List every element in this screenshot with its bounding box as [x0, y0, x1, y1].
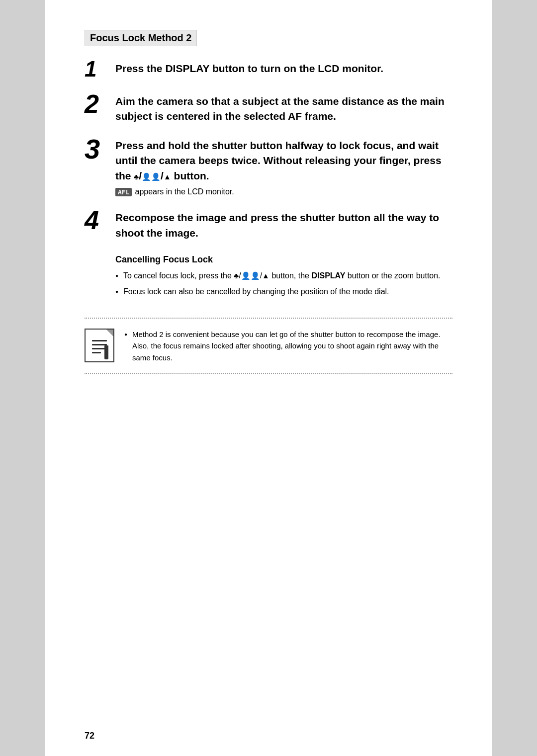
note-pencil-icon: [104, 345, 108, 359]
note-icon: [85, 329, 114, 362]
step-3-note-text: appears in the LCD monitor.: [135, 187, 234, 196]
step-number-3: 3: [85, 135, 110, 163]
cancel-people-icon: 👤👤: [241, 271, 260, 280]
note-box: Method 2 is convenient because you can l…: [85, 318, 452, 374]
page: Focus Lock Method 2 1 Press the DISPLAY …: [45, 0, 492, 756]
step-number-4: 4: [85, 207, 110, 233]
step-text-3: Press and hold the shutter button halfwa…: [115, 138, 452, 183]
step-2: 2 Aim the camera so that a subject at th…: [85, 94, 452, 124]
afl-badge: AFL: [115, 188, 132, 196]
note-line-4: [92, 352, 101, 353]
mountain-icon: ▲: [164, 172, 171, 181]
step-text-1: Press the DISPLAY button to turn on the …: [115, 61, 452, 76]
step-1: 1 Press the DISPLAY button to turn on th…: [85, 61, 452, 80]
cancelling-section: Cancelling Focus Lock To cancel focus lo…: [115, 254, 452, 298]
cancelling-bullet-2: Focus lock can also be cancelled by chan…: [115, 286, 452, 298]
step-text-4: Recompose the image and press the shutte…: [115, 210, 452, 241]
step-3-note: AFL appears in the LCD monitor.: [115, 187, 452, 196]
note-text: Method 2 is convenient because you can l…: [124, 329, 452, 363]
step-text-2: Aim the camera so that a subject at the …: [115, 94, 452, 124]
people-icon: 👤👤: [142, 172, 161, 181]
page-number: 72: [85, 731, 94, 741]
step-4: 4 Recompose the image and press the shut…: [85, 210, 452, 241]
step-number-1: 1: [85, 58, 110, 80]
cancel-macro-icon: ♣: [234, 271, 239, 280]
section-title: Focus Lock Method 2: [85, 30, 197, 46]
steps-container: 1 Press the DISPLAY button to turn on th…: [85, 61, 452, 241]
macro-icon: ♣: [134, 172, 139, 181]
step-content-2: Aim the camera so that a subject at the …: [115, 94, 452, 124]
note-content: Method 2 is convenient because you can l…: [124, 329, 452, 363]
cancelling-title: Cancelling Focus Lock: [115, 254, 452, 265]
step-content-1: Press the DISPLAY button to turn on the …: [115, 61, 452, 76]
step-number-2: 2: [85, 91, 110, 117]
step-3: 3 Press and hold the shutter button half…: [85, 138, 452, 196]
cancel-mountain-icon: ▲: [262, 271, 269, 280]
step-content-4: Recompose the image and press the shutte…: [115, 210, 452, 241]
note-line-1: [92, 340, 107, 341]
cancelling-bullets: To cancel focus lock, press the ♣/👤👤/▲ b…: [115, 270, 452, 298]
step-content-3: Press and hold the shutter button halfwa…: [115, 138, 452, 196]
cancelling-bullet-1: To cancel focus lock, press the ♣/👤👤/▲ b…: [115, 270, 452, 282]
